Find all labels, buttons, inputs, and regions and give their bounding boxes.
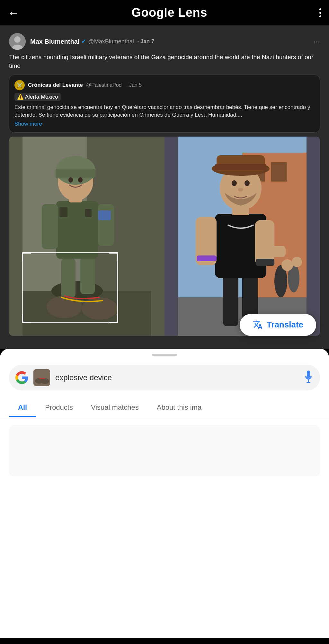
mic-button[interactable] bbox=[303, 371, 314, 385]
selection-box bbox=[22, 252, 118, 323]
verified-badge: ✓ bbox=[81, 38, 86, 45]
tweet-meta: Max Blumenthal ✓ @MaxBlumenthal · Jan 7 bbox=[30, 38, 154, 45]
tab-products[interactable]: Products bbox=[36, 398, 82, 417]
svg-point-16 bbox=[68, 177, 73, 183]
quoted-header: ⚔️ Crónicas del Levante @PalestinaPod · … bbox=[14, 80, 315, 90]
quoted-text: Este criminal genocida se encuentra hoy … bbox=[14, 103, 315, 119]
svg-rect-11 bbox=[98, 204, 114, 246]
tab-about-image[interactable]: About this ima bbox=[148, 398, 210, 417]
dot-3 bbox=[319, 15, 321, 17]
tweet-header: Max Blumenthal ✓ @MaxBlumenthal · Jan 7 … bbox=[9, 33, 320, 50]
search-text: explosive device bbox=[55, 373, 298, 382]
svg-point-43 bbox=[238, 188, 243, 192]
tweet-main: Max Blumenthal ✓ @MaxBlumenthal · Jan 7 … bbox=[8, 33, 321, 341]
google-logo bbox=[15, 371, 28, 384]
translate-label-text: Translate bbox=[267, 320, 303, 330]
svg-rect-36 bbox=[255, 220, 274, 265]
svg-point-17 bbox=[78, 177, 83, 183]
svg-rect-19 bbox=[85, 209, 92, 217]
quoted-avatar: ⚔️ bbox=[14, 80, 25, 90]
result-card bbox=[9, 425, 320, 476]
svg-rect-20 bbox=[98, 210, 111, 220]
tab-visual-matches[interactable]: Visual matches bbox=[82, 398, 148, 417]
quoted-author: Crónicas del Levante bbox=[28, 82, 83, 88]
translate-svg-icon bbox=[253, 320, 263, 330]
svg-point-41 bbox=[232, 180, 237, 186]
translate-button[interactable]: Translate bbox=[240, 314, 316, 336]
app-title: Google Lens bbox=[131, 6, 207, 20]
show-more-link[interactable]: Show more bbox=[14, 121, 42, 127]
svg-rect-46 bbox=[215, 164, 266, 170]
svg-rect-48 bbox=[33, 369, 50, 386]
svg-point-31 bbox=[292, 257, 302, 267]
title-google: Google bbox=[131, 6, 174, 19]
tweet-author: Max Blumenthal ✓ @MaxBlumenthal · Jan 7 bbox=[30, 38, 154, 45]
dot-2 bbox=[319, 12, 321, 14]
svg-rect-32 bbox=[223, 275, 238, 326]
back-button[interactable]: ← bbox=[8, 6, 19, 20]
tweet-time: · Jan 7 bbox=[136, 38, 155, 45]
corner-tr bbox=[109, 252, 118, 261]
corner-bl bbox=[22, 314, 31, 323]
results-area bbox=[0, 417, 329, 484]
svg-rect-18 bbox=[59, 207, 67, 217]
tweet-text: The citizens hounding Israeli military v… bbox=[9, 53, 320, 70]
quoted-time: · Jan 5 bbox=[125, 82, 142, 88]
svg-rect-15 bbox=[56, 169, 95, 178]
right-image: נ'ז bbox=[164, 137, 320, 336]
svg-rect-26 bbox=[271, 162, 287, 182]
corner-tl bbox=[22, 252, 31, 261]
svg-rect-37 bbox=[270, 246, 286, 257]
tweet-handle: @MaxBlumenthal bbox=[88, 38, 134, 45]
svg-point-1 bbox=[14, 36, 21, 43]
search-thumbnail bbox=[33, 369, 50, 386]
more-button[interactable] bbox=[319, 8, 321, 17]
drag-handle-bar bbox=[152, 354, 177, 356]
search-bar[interactable]: explosive device bbox=[9, 365, 320, 390]
svg-rect-47 bbox=[197, 255, 217, 261]
svg-rect-52 bbox=[307, 382, 310, 383]
tweet-dots[interactable]: ··· bbox=[314, 37, 320, 46]
quoted-handle: @PalestinaPod bbox=[86, 82, 122, 88]
author-name: Max Blumenthal bbox=[30, 38, 79, 45]
title-lens: Lens bbox=[174, 6, 207, 19]
bottom-sheet: explosive device All Products Visual mat… bbox=[0, 349, 329, 638]
svg-rect-10 bbox=[42, 204, 58, 249]
tab-all[interactable]: All bbox=[9, 398, 36, 417]
drag-handle[interactable] bbox=[0, 349, 329, 360]
svg-point-42 bbox=[245, 180, 250, 186]
dot-1 bbox=[319, 8, 321, 10]
avatar bbox=[9, 33, 26, 50]
corner-br bbox=[109, 314, 118, 323]
svg-point-30 bbox=[281, 259, 293, 271]
quoted-tweet: ⚔️ Crónicas del Levante @PalestinaPod · … bbox=[9, 75, 320, 133]
image-container: נ'ז bbox=[9, 137, 320, 336]
svg-rect-51 bbox=[308, 380, 309, 382]
tabs: All Products Visual matches About this i… bbox=[0, 398, 329, 417]
top-bar: ← Google Lens bbox=[0, 0, 329, 25]
screenshot-area: Max Blumenthal ✓ @MaxBlumenthal · Jan 7 … bbox=[0, 25, 329, 349]
left-image bbox=[9, 137, 164, 336]
alert-badge: ⚠️ Alerta México bbox=[14, 93, 61, 101]
svg-rect-38 bbox=[256, 259, 274, 266]
